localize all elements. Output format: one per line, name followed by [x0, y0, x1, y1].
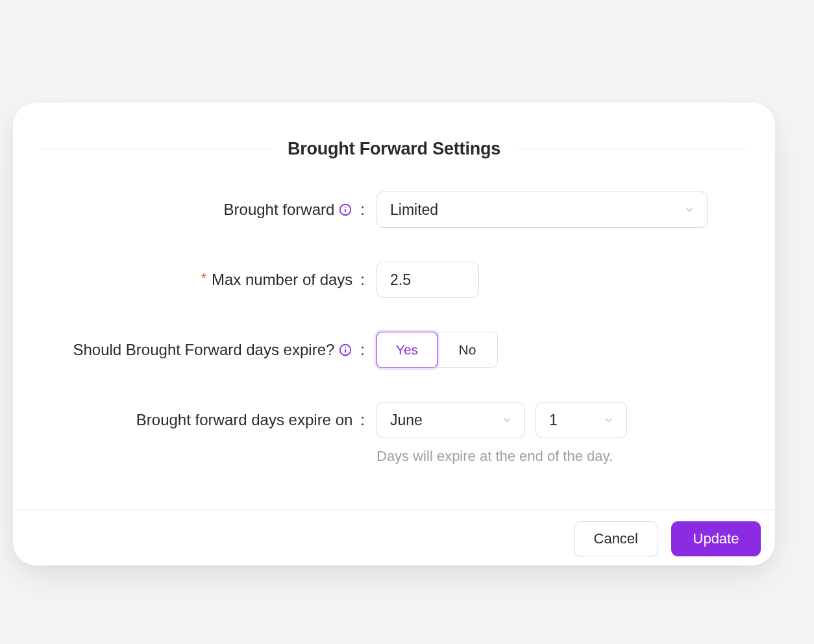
update-button[interactable]: Update — [671, 521, 761, 556]
svg-point-5 — [345, 347, 346, 348]
expire-no-button[interactable]: No — [437, 332, 498, 368]
label-col: Brought forward : — [36, 201, 365, 219]
colon: : — [360, 201, 365, 219]
expire-day-select[interactable]: 1 — [536, 402, 627, 438]
expire-month-select[interactable]: June — [376, 402, 525, 438]
max-days-input[interactable] — [376, 262, 479, 298]
row-max-days: * Max number of days : — [36, 262, 752, 298]
chevron-down-icon — [684, 204, 695, 216]
label-text: Brought forward — [224, 201, 335, 219]
control-col: June 1 — [365, 402, 627, 466]
label-text: Brought forward days expire on — [136, 411, 353, 429]
brought-forward-label: Brought forward : — [224, 201, 365, 219]
max-days-label: * Max number of days : — [201, 271, 365, 289]
modal-footer: Cancel Update — [13, 509, 775, 565]
modal-title: Brought Forward Settings — [272, 139, 516, 159]
select-value: Limited — [390, 201, 438, 219]
row-brought-forward: Brought forward : Limited — [36, 192, 752, 228]
select-value: June — [390, 412, 423, 429]
colon: : — [360, 341, 365, 359]
select-value: 1 — [549, 412, 558, 429]
info-icon[interactable] — [338, 203, 352, 217]
brought-forward-select[interactable]: Limited — [376, 192, 708, 228]
radio-label: Yes — [396, 342, 418, 358]
control-col: Yes No — [365, 332, 498, 368]
label-col: Should Brought Forward days expire? : — [36, 341, 365, 359]
cancel-button[interactable]: Cancel — [574, 521, 658, 556]
svg-point-2 — [345, 206, 346, 208]
modal-header: Brought Forward Settings — [13, 103, 775, 159]
chevron-down-icon — [603, 414, 615, 426]
button-label: Cancel — [594, 530, 638, 547]
brought-forward-settings-modal: Brought Forward Settings Brought forward… — [13, 103, 775, 565]
chevron-down-icon — [501, 414, 513, 426]
label-col: * Max number of days : — [36, 271, 365, 289]
button-label: Update — [693, 530, 739, 547]
row-expire-on: Brought forward days expire on : June — [36, 402, 752, 466]
label-text: Max number of days — [212, 271, 352, 289]
expire-helper-text: Days will expire at the end of the day. — [376, 447, 627, 466]
control-col: Limited — [365, 192, 708, 228]
expire-on-label: Brought forward days expire on : — [136, 411, 365, 429]
required-asterisk: * — [201, 271, 206, 286]
colon: : — [360, 271, 365, 289]
expire-selects-row: June 1 — [376, 402, 627, 438]
expire-question-label: Should Brought Forward days expire? : — [73, 341, 365, 359]
control-col — [365, 262, 479, 298]
colon: : — [360, 411, 365, 429]
row-expire-question: Should Brought Forward days expire? : Ye… — [36, 332, 752, 368]
modal-body: Brought forward : Limited — [13, 159, 775, 509]
expire-radio-group: Yes No — [376, 332, 498, 368]
info-icon[interactable] — [338, 343, 352, 357]
label-col: Brought forward days expire on : — [36, 402, 365, 429]
expire-yes-button[interactable]: Yes — [376, 332, 438, 368]
label-text: Should Brought Forward days expire? — [73, 341, 334, 359]
radio-label: No — [459, 342, 476, 358]
